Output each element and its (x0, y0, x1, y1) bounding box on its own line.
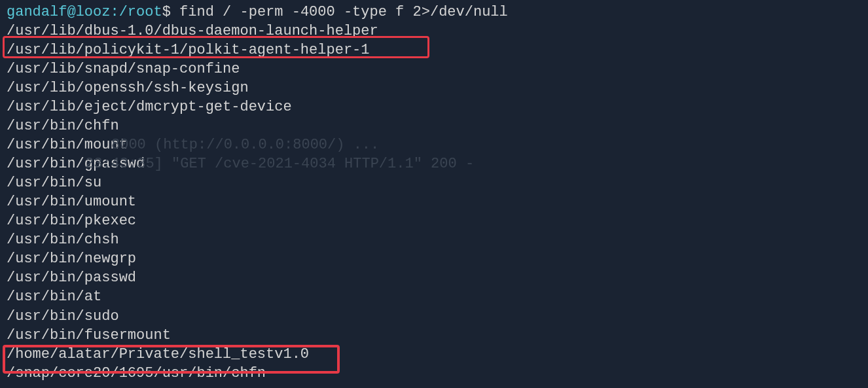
output-line: /usr/bin/su (7, 173, 861, 192)
output-line: /usr/bin/umount (7, 192, 861, 211)
prompt-at: @ (67, 4, 75, 20)
output-line: /usr/bin/mount (7, 135, 861, 154)
output-line: /home/alatar/Private/shell_testv1.0 (7, 345, 861, 364)
output-line: /usr/bin/gpasswd (7, 154, 861, 173)
output-line: /snap/core20/1695/usr/bin/chfn (7, 364, 861, 383)
output-line: /usr/bin/newgrp (7, 249, 861, 268)
output-line: /usr/bin/pkexec (7, 211, 861, 230)
prompt-dollar: $ (162, 4, 179, 20)
prompt-line[interactable]: gandalf@looz:/root$ find / -perm -4000 -… (7, 3, 861, 22)
output-line: /usr/bin/at (7, 287, 861, 306)
output-line: /usr/bin/chsh (7, 230, 861, 249)
prompt-colon: : (110, 4, 118, 20)
output-line: /usr/lib/eject/dmcrypt-get-device (7, 97, 861, 116)
output-line: /usr/bin/passwd (7, 268, 861, 287)
prompt-user: gandalf (7, 4, 67, 20)
output-line: /usr/bin/sudo (7, 307, 861, 326)
output-line: /usr/bin/fusermount (7, 326, 861, 345)
output-line: /usr/lib/openssh/ssh-keysign (7, 79, 861, 97)
output-line: /usr/bin/chfn (7, 116, 861, 135)
command-text: find / -perm -4000 -type f 2>/dev/null (179, 4, 508, 20)
output-line: /usr/lib/policykit-1/polkit-agent-helper… (7, 41, 861, 60)
output-line: /usr/lib/dbus-1.0/dbus-daemon-launch-hel… (7, 22, 861, 41)
output-line: /usr/lib/snapd/snap-confine (7, 60, 861, 79)
prompt-path: /root (119, 4, 162, 20)
prompt-host: looz (76, 4, 111, 20)
